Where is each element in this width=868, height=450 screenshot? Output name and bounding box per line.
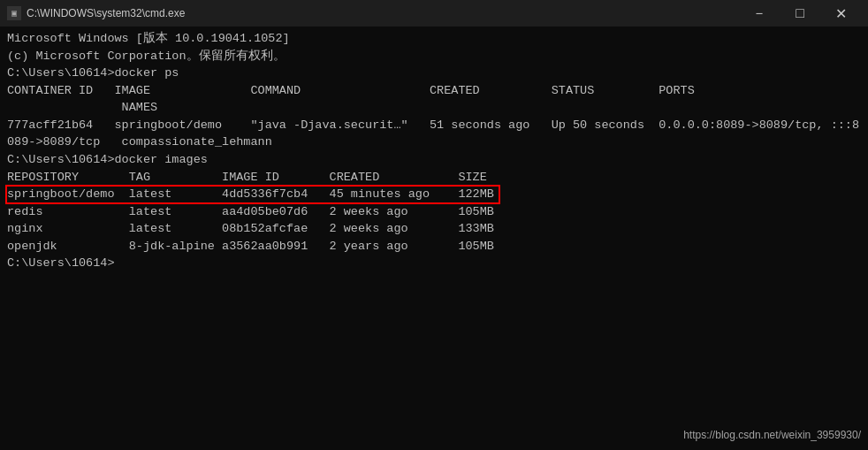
terminal-line: C:\Users\10614>docker ps: [7, 65, 861, 82]
maximize-button[interactable]: □: [780, 0, 820, 27]
terminal-line: (c) Microsoft Corporation。保留所有权利。: [7, 48, 861, 65]
terminal-line: nginx latest 08b152afcfae 2 weeks ago 13…: [7, 220, 861, 238]
cmd-icon: ▣: [7, 6, 21, 20]
terminal-line: REPOSITORY TAG IMAGE ID CREATED SIZE: [7, 169, 861, 187]
cmd-window: ▣ C:\WINDOWS\system32\cmd.exe － □ ✕ Micr…: [0, 0, 868, 450]
terminal-line: C:\Users\10614>: [7, 255, 861, 272]
title-bar-left: ▣ C:\WINDOWS\system32\cmd.exe: [7, 6, 185, 20]
terminal-line: C:\Users\10614>docker images: [7, 151, 861, 169]
minimize-button[interactable]: －: [739, 0, 780, 27]
terminal-line: CONTAINER ID IMAGE COMMAND CREATED STATU…: [7, 82, 861, 100]
terminal-line: NAMES: [7, 99, 861, 117]
terminal-output: Microsoft Windows [版本 10.0.19041.1052](c…: [7, 30, 861, 272]
watermark: https://blog.csdn.net/weixin_3959930/: [683, 428, 861, 443]
window-controls[interactable]: － □ ✕: [739, 0, 861, 27]
terminal-body[interactable]: Microsoft Windows [版本 10.0.19041.1052](c…: [0, 27, 868, 450]
terminal-line: 777acff21b64 springboot/demo "java -Djav…: [7, 117, 861, 134]
terminal-line: springboot/demo latest 4dd5336f7cb4 45 m…: [7, 186, 861, 203]
terminal-line: 089->8089/tcp compassionate_lehmann: [7, 133, 861, 151]
window-title: C:\WINDOWS\system32\cmd.exe: [27, 7, 185, 19]
title-bar: ▣ C:\WINDOWS\system32\cmd.exe － □ ✕: [0, 0, 868, 27]
terminal-line: openjdk 8-jdk-alpine a3562aa0b991 2 year…: [7, 238, 861, 256]
close-button[interactable]: ✕: [820, 0, 861, 27]
terminal-line: redis latest aa4d05be07d6 2 weeks ago 10…: [7, 203, 861, 221]
terminal-line: Microsoft Windows [版本 10.0.19041.1052]: [7, 30, 861, 48]
